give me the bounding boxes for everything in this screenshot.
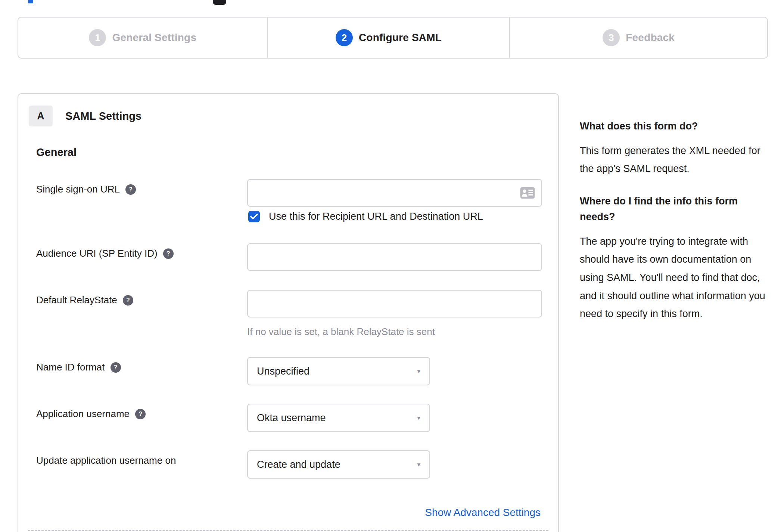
- audience-uri-label-text: Audience URI (SP Entity ID): [36, 248, 158, 259]
- application-username-value: Okta username: [257, 412, 417, 424]
- audience-uri-label: Audience URI (SP Entity ID) ?: [36, 248, 174, 259]
- panel-header: A SAML Settings: [29, 106, 141, 126]
- checkmark-icon: [250, 213, 258, 220]
- name-id-format-label-text: Name ID format: [36, 362, 105, 373]
- relay-state-label: Default RelayState ?: [36, 294, 133, 306]
- clipped-header-icon-fragment: [213, 0, 226, 5]
- relay-state-input[interactable]: [247, 290, 542, 317]
- relay-state-help-icon[interactable]: ?: [123, 295, 133, 306]
- section-a-badge: A: [29, 106, 53, 126]
- step-2-label: Configure SAML: [359, 32, 442, 44]
- wizard-stepper: 1 General Settings 2 Configure SAML 3 Fe…: [18, 17, 768, 59]
- name-id-format-label: Name ID format ?: [36, 362, 121, 373]
- help-question-2: Where do I find the info this form needs…: [580, 194, 772, 225]
- general-section-heading: General: [36, 146, 77, 159]
- application-username-label-text: Application username: [36, 408, 130, 420]
- sso-url-input[interactable]: [247, 179, 542, 207]
- show-advanced-settings-link[interactable]: Show Advanced Settings: [425, 507, 541, 519]
- contact-card-icon[interactable]: [520, 187, 535, 199]
- step-feedback[interactable]: 3 Feedback: [509, 18, 767, 58]
- sso-url-help-icon[interactable]: ?: [125, 184, 136, 195]
- step-3-number-badge: 3: [603, 29, 620, 46]
- audience-uri-input[interactable]: [247, 243, 542, 271]
- recipient-url-checkbox[interactable]: [248, 211, 260, 222]
- application-username-label: Application username ?: [36, 408, 146, 420]
- step-2-number-badge: 2: [336, 29, 353, 46]
- recipient-url-checkbox-label: Use this for Recipient URL and Destinati…: [269, 211, 483, 222]
- update-username-select[interactable]: Create and update ▾: [247, 450, 430, 479]
- update-username-value: Create and update: [257, 459, 417, 470]
- step-3-label: Feedback: [626, 32, 675, 44]
- panel-title: SAML Settings: [65, 110, 141, 122]
- name-id-format-select[interactable]: Unspecified ▾: [247, 357, 430, 385]
- step-1-number-badge: 1: [89, 29, 106, 46]
- update-username-label: Update application username on: [36, 455, 176, 466]
- sso-url-label: Single sign-on URL ?: [36, 184, 136, 195]
- relay-state-hint: If no value is set, a blank RelayState i…: [247, 326, 435, 338]
- chevron-down-icon: ▾: [417, 414, 420, 422]
- sso-url-label-text: Single sign-on URL: [36, 184, 120, 195]
- clipped-header-blue-fragment: [28, 0, 33, 3]
- help-answer-1: This form generates the XML needed for t…: [580, 142, 772, 178]
- name-id-format-help-icon[interactable]: ?: [111, 362, 121, 373]
- chevron-down-icon: ▾: [417, 461, 420, 469]
- application-username-help-icon[interactable]: ?: [135, 409, 146, 419]
- application-username-select[interactable]: Okta username ▾: [247, 404, 430, 432]
- update-username-label-text: Update application username on: [36, 455, 176, 466]
- help-answer-2: The app you're trying to integrate with …: [580, 232, 772, 323]
- step-general-settings[interactable]: 1 General Settings: [18, 18, 267, 58]
- section-divider-dashed: [28, 530, 548, 531]
- step-1-label: General Settings: [112, 32, 196, 44]
- recipient-url-checkbox-row: Use this for Recipient URL and Destinati…: [248, 211, 483, 222]
- help-sidebar: What does this form do? This form genera…: [580, 119, 772, 339]
- relay-state-label-text: Default RelayState: [36, 294, 117, 306]
- help-question-1: What does this form do?: [580, 119, 772, 134]
- saml-settings-panel: A SAML Settings General Single sign-on U…: [18, 93, 559, 532]
- chevron-down-icon: ▾: [417, 367, 420, 375]
- audience-uri-help-icon[interactable]: ?: [163, 248, 174, 259]
- name-id-format-value: Unspecified: [257, 366, 417, 377]
- step-configure-saml[interactable]: 2 Configure SAML: [267, 18, 510, 58]
